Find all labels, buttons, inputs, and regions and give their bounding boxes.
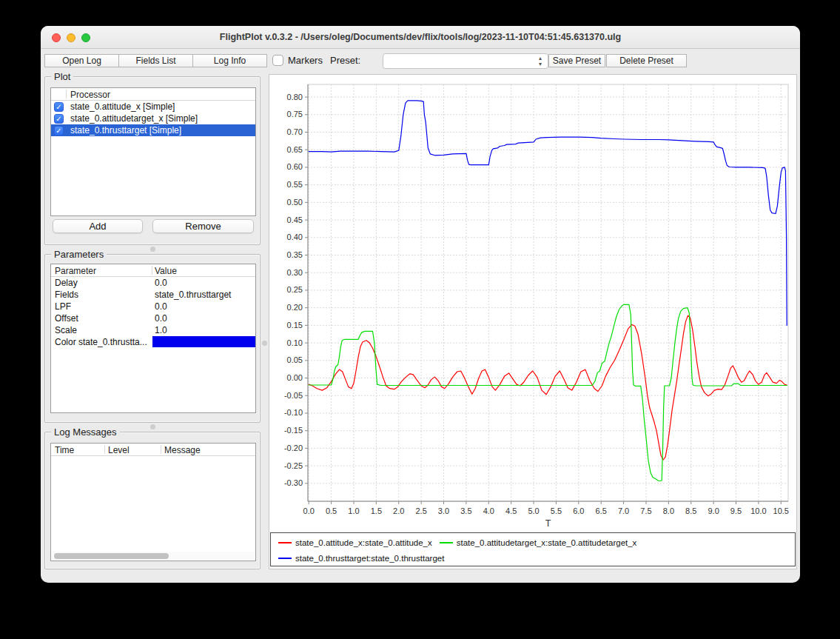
column-divider (66, 90, 67, 98)
parameters-table-header: Parameter Value (51, 264, 255, 277)
chart-plot-area[interactable]: 0.800.750.700.650.600.550.500.450.400.35… (269, 75, 796, 531)
svg-text:1.5: 1.5 (371, 506, 382, 515)
svg-text:5.5: 5.5 (551, 506, 562, 515)
svg-text:8.0: 8.0 (663, 506, 674, 515)
legend-line-swatch-red (278, 542, 292, 543)
processor-row-label: state_0.attitudetarget_x [Simple] (70, 113, 198, 124)
svg-text:0.60: 0.60 (287, 162, 303, 171)
processor-column-header: Processor (70, 90, 110, 100)
svg-text:2.0: 2.0 (393, 506, 404, 515)
message-column-header: Message (164, 445, 201, 455)
chart-panel: 0.800.750.700.650.600.550.500.450.400.35… (269, 74, 797, 569)
fields-list-button[interactable]: Fields List (118, 54, 193, 67)
flightplot-window: FlightPlot v.0.3.2 - /Users/oleg/Documen… (41, 26, 800, 583)
log-messages-table[interactable]: Time Level Message (50, 443, 256, 561)
value-column-header: Value (155, 266, 177, 276)
parameter-row[interactable]: Fields state_0.thrusttarget (51, 289, 255, 301)
row-checkbox[interactable]: ✓ (54, 102, 64, 112)
parameter-name: Delay (55, 278, 78, 288)
time-column-header: Time (55, 445, 74, 455)
color-value-swatch[interactable] (152, 336, 256, 347)
processor-list-header: Processor (51, 88, 255, 101)
svg-text:-0.30: -0.30 (284, 478, 303, 487)
processor-row-label: state_0.thrusttarget [Simple] (70, 125, 181, 136)
parameter-value: 0.0 (155, 278, 167, 288)
delete-preset-button[interactable]: Delete Preset (606, 54, 687, 67)
svg-text:9.0: 9.0 (708, 506, 719, 515)
svg-text:0.45: 0.45 (287, 215, 303, 224)
svg-text:0.40: 0.40 (287, 232, 303, 241)
svg-text:0.55: 0.55 (287, 180, 303, 189)
markers-checkbox[interactable] (272, 55, 283, 66)
svg-text:0.05: 0.05 (287, 355, 303, 364)
svg-text:4.0: 4.0 (483, 506, 494, 515)
parameter-row[interactable]: Offset 0.0 (51, 312, 255, 324)
open-log-button[interactable]: Open Log (44, 54, 119, 67)
svg-text:0.5: 0.5 (326, 506, 337, 515)
svg-text:6.0: 6.0 (573, 506, 584, 515)
svg-text:-0.05: -0.05 (284, 391, 303, 400)
scrollbar-thumb[interactable] (54, 553, 169, 559)
processor-row[interactable]: ✓ state_0.thrusttarget [Simple] (51, 124, 255, 136)
horizontal-scrollbar[interactable] (52, 552, 255, 560)
vertical-splitter-handle[interactable] (262, 341, 267, 346)
svg-text:4.5: 4.5 (505, 506, 517, 515)
add-button[interactable]: Add (53, 219, 143, 233)
titlebar: FlightPlot v.0.3.2 - /Users/oleg/Documen… (41, 26, 800, 49)
parameter-row[interactable]: LPF 0.0 (51, 301, 255, 312)
horizontal-splitter-handle[interactable] (150, 247, 155, 252)
svg-text:0.30: 0.30 (287, 268, 303, 277)
log-info-button[interactable]: Log Info (192, 54, 267, 67)
parameter-value: 1.0 (155, 325, 167, 335)
plot-groupbox-title: Plot (51, 71, 73, 82)
svg-text:0.80: 0.80 (287, 93, 303, 101)
svg-text:0.75: 0.75 (287, 110, 303, 118)
parameter-row[interactable]: Delay 0.0 (51, 277, 255, 289)
svg-text:0.70: 0.70 (287, 127, 303, 136)
parameters-table[interactable]: Parameter Value Delay 0.0 Fields state_0… (50, 264, 256, 413)
parameters-groupbox-title: Parameters (51, 249, 107, 260)
vertical-splitter[interactable] (261, 74, 269, 569)
column-divider (152, 266, 152, 275)
horizontal-splitter-handle[interactable] (150, 424, 155, 429)
parameter-row[interactable]: Scale 1.0 (51, 324, 255, 336)
legend-item-attitude-x: state_0.attitude_x:state_0.attitude_x (278, 538, 432, 547)
parameter-value: 0.0 (155, 301, 167, 312)
log-messages-groupbox-title: Log Messages (51, 426, 120, 438)
legend-line-swatch-green (440, 542, 453, 543)
row-checkbox[interactable]: ✓ (54, 114, 64, 124)
svg-text:0.25: 0.25 (287, 285, 303, 294)
svg-text:0.35: 0.35 (287, 250, 303, 259)
markers-label: Markers (288, 55, 323, 66)
processor-row[interactable]: ✓ state_0.attitude_x [Simple] (51, 101, 255, 113)
svg-text:-0.10: -0.10 (284, 408, 303, 417)
parameter-row-color[interactable]: Color state_0.thrustta... (51, 336, 255, 348)
svg-text:7.0: 7.0 (618, 506, 629, 515)
combobox-stepper-icon[interactable]: ▴▾ (535, 55, 545, 67)
parameter-column-header: Parameter (55, 266, 96, 276)
svg-text:0.15: 0.15 (287, 321, 303, 329)
desktop-background: FlightPlot v.0.3.2 - /Users/oleg/Documen… (0, 0, 840, 639)
legend-item-thrusttarget: state_0.thrusttarget:state_0.thrusttarge… (278, 554, 444, 563)
remove-button[interactable]: Remove (152, 219, 254, 233)
svg-text:0.0: 0.0 (303, 506, 315, 515)
log-messages-groupbox: Log Messages Time Level Message (44, 432, 261, 569)
processor-row[interactable]: ✓ state_0.attitudetarget_x [Simple] (51, 113, 255, 124)
legend-label: state_0.attitudetarget_x:state_0.attitud… (457, 538, 637, 547)
svg-text:9.5: 9.5 (730, 506, 742, 515)
svg-text:0.20: 0.20 (287, 303, 303, 312)
log-messages-table-header: Time Level Message (51, 444, 255, 456)
svg-text:5.0: 5.0 (528, 506, 539, 515)
save-preset-button[interactable]: Save Preset (548, 54, 605, 67)
chart-legend: state_0.attitude_x:state_0.attitude_x st… (270, 532, 796, 566)
processor-list[interactable]: Processor ✓ state_0.attitude_x [Simple] … (50, 87, 256, 216)
preset-combobox[interactable]: ▴▾ (383, 53, 548, 69)
parameter-name: Offset (55, 313, 78, 324)
level-column-header: Level (108, 445, 130, 455)
parameter-value: state_0.thrusttarget (155, 290, 231, 300)
row-checkbox[interactable]: ✓ (54, 126, 64, 136)
svg-text:10.0: 10.0 (750, 506, 766, 515)
preset-label: Preset: (330, 55, 360, 66)
column-divider (161, 445, 161, 454)
svg-text:7.5: 7.5 (640, 506, 651, 515)
